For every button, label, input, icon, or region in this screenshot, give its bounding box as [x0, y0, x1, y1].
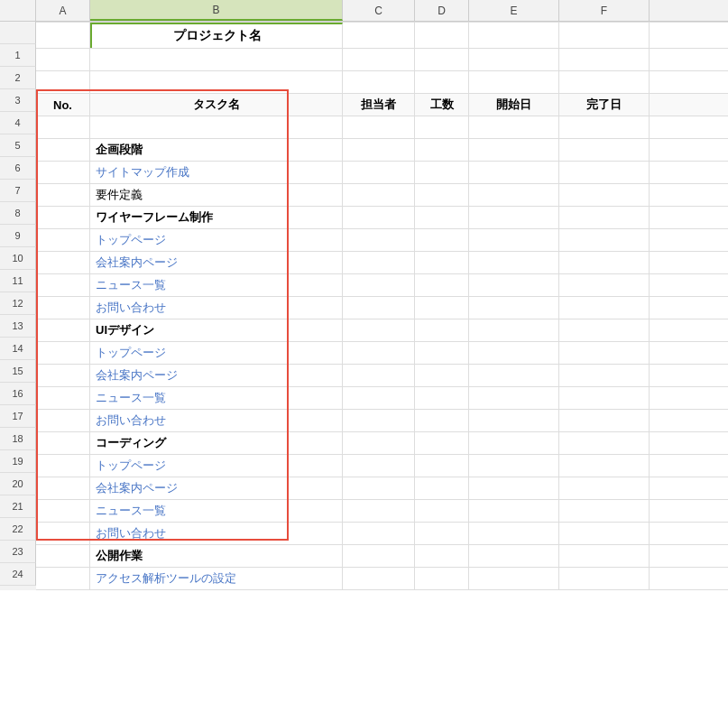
- cell-9-f[interactable]: [559, 229, 650, 251]
- cell-23-a[interactable]: [36, 545, 90, 567]
- cell-10-f[interactable]: [559, 252, 650, 273]
- cell-19-d[interactable]: [415, 455, 469, 477]
- cell-20-e[interactable]: [469, 477, 559, 499]
- cell-10-b[interactable]: 会社案内ページ: [90, 252, 343, 273]
- cell-14-b[interactable]: トップページ: [90, 342, 343, 364]
- cell-3-d[interactable]: 工数: [415, 94, 469, 116]
- cell-22-a[interactable]: [36, 523, 90, 544]
- cell-9-b[interactable]: トップページ: [90, 229, 343, 251]
- cell-20-d[interactable]: [415, 477, 469, 499]
- cell-2-d[interactable]: [415, 71, 469, 93]
- cell-14-e[interactable]: [469, 342, 559, 364]
- cell-18-b[interactable]: コーディング: [90, 432, 343, 454]
- cell-7-c[interactable]: [343, 184, 415, 206]
- cell-8-e[interactable]: [469, 207, 559, 228]
- cell-18-f[interactable]: [559, 432, 650, 454]
- cell-11-c[interactable]: [343, 274, 415, 296]
- cell-15-d[interactable]: [415, 365, 469, 386]
- cell-15-c[interactable]: [343, 365, 415, 386]
- cell-1-b[interactable]: [90, 49, 343, 70]
- cell-19-e[interactable]: [469, 455, 559, 477]
- cell-16-a[interactable]: [36, 387, 90, 409]
- cell-7-d[interactable]: [415, 184, 469, 206]
- cell-1-f[interactable]: [559, 49, 650, 70]
- col-header-e[interactable]: E: [469, 0, 559, 21]
- cell-3-e[interactable]: 開始日: [469, 94, 559, 116]
- cell-16-b[interactable]: ニュース一覧: [90, 387, 343, 409]
- cell-9-e[interactable]: [469, 229, 559, 251]
- cell-4-f[interactable]: [559, 116, 650, 138]
- cell-24-a[interactable]: [36, 568, 90, 589]
- cell-7-f[interactable]: [559, 184, 650, 206]
- cell-11-e[interactable]: [469, 274, 559, 296]
- cell-1-c[interactable]: [343, 49, 415, 70]
- cell-17-b[interactable]: お問い合わせ: [90, 410, 343, 431]
- cell-3-f[interactable]: 完了日: [559, 94, 650, 116]
- cell-11-a[interactable]: [36, 274, 90, 296]
- cell-23-b[interactable]: 公開作業: [90, 545, 343, 567]
- cell-13-e[interactable]: [469, 319, 559, 341]
- cell-15-e[interactable]: [469, 365, 559, 386]
- col-header-b[interactable]: B: [90, 0, 343, 21]
- cell-7-a[interactable]: [36, 184, 90, 206]
- cell-10-e[interactable]: [469, 252, 559, 273]
- cell-6-e[interactable]: [469, 162, 559, 183]
- cell-16-c[interactable]: [343, 387, 415, 409]
- cell-8-b[interactable]: ワイヤーフレーム制作: [90, 207, 343, 228]
- cell-21-d[interactable]: [415, 500, 469, 522]
- cell-14-f[interactable]: [559, 342, 650, 364]
- cell-21-a[interactable]: [36, 500, 90, 522]
- cell-12-e[interactable]: [469, 297, 559, 319]
- cell-17-d[interactable]: [415, 410, 469, 431]
- cell-19-a[interactable]: [36, 455, 90, 477]
- cell-19-f[interactable]: [559, 455, 650, 477]
- cell-7-b[interactable]: 要件定義: [90, 184, 343, 206]
- cell-2-c[interactable]: [343, 71, 415, 93]
- cell-4-e[interactable]: [469, 116, 559, 138]
- col-header-f[interactable]: F: [559, 0, 650, 21]
- cell-24-d[interactable]: [415, 568, 469, 589]
- cell-18-c[interactable]: [343, 432, 415, 454]
- cell-9-c[interactable]: [343, 229, 415, 251]
- cell-13-d[interactable]: [415, 319, 469, 341]
- cell-20-f[interactable]: [559, 477, 650, 499]
- cell-6-b[interactable]: サイトマップ作成: [90, 162, 343, 183]
- cell-10-d[interactable]: [415, 252, 469, 273]
- cell-title-e[interactable]: [469, 23, 559, 48]
- col-header-c[interactable]: C: [343, 0, 415, 21]
- cell-title-c[interactable]: [343, 23, 415, 48]
- cell-9-a[interactable]: [36, 229, 90, 251]
- cell-17-f[interactable]: [559, 410, 650, 431]
- cell-1-a[interactable]: [36, 49, 90, 70]
- cell-5-d[interactable]: [415, 139, 469, 161]
- cell-14-c[interactable]: [343, 342, 415, 364]
- col-header-d[interactable]: D: [415, 0, 469, 21]
- cell-18-d[interactable]: [415, 432, 469, 454]
- cell-13-c[interactable]: [343, 319, 415, 341]
- cell-21-e[interactable]: [469, 500, 559, 522]
- cell-6-f[interactable]: [559, 162, 650, 183]
- cell-6-a[interactable]: [36, 162, 90, 183]
- cell-7-e[interactable]: [469, 184, 559, 206]
- cell-6-d[interactable]: [415, 162, 469, 183]
- cell-3-c[interactable]: 担当者: [343, 94, 415, 116]
- cell-6-c[interactable]: [343, 162, 415, 183]
- cell-22-f[interactable]: [559, 523, 650, 544]
- cell-15-a[interactable]: [36, 365, 90, 386]
- cell-4-b[interactable]: [90, 116, 343, 138]
- cell-10-a[interactable]: [36, 252, 90, 273]
- cell-12-a[interactable]: [36, 297, 90, 319]
- cell-17-e[interactable]: [469, 410, 559, 431]
- cell-12-d[interactable]: [415, 297, 469, 319]
- cell-22-e[interactable]: [469, 523, 559, 544]
- cell-24-b[interactable]: アクセス解析ツールの設定: [90, 568, 343, 589]
- cell-16-d[interactable]: [415, 387, 469, 409]
- cell-11-d[interactable]: [415, 274, 469, 296]
- cell-22-c[interactable]: [343, 523, 415, 544]
- cell-15-b[interactable]: 会社案内ページ: [90, 365, 343, 386]
- cell-22-b[interactable]: お問い合わせ: [90, 523, 343, 544]
- cell-19-c[interactable]: [343, 455, 415, 477]
- cell-20-b[interactable]: 会社案内ページ: [90, 477, 343, 499]
- cell-24-e[interactable]: [469, 568, 559, 589]
- cell-14-a[interactable]: [36, 342, 90, 364]
